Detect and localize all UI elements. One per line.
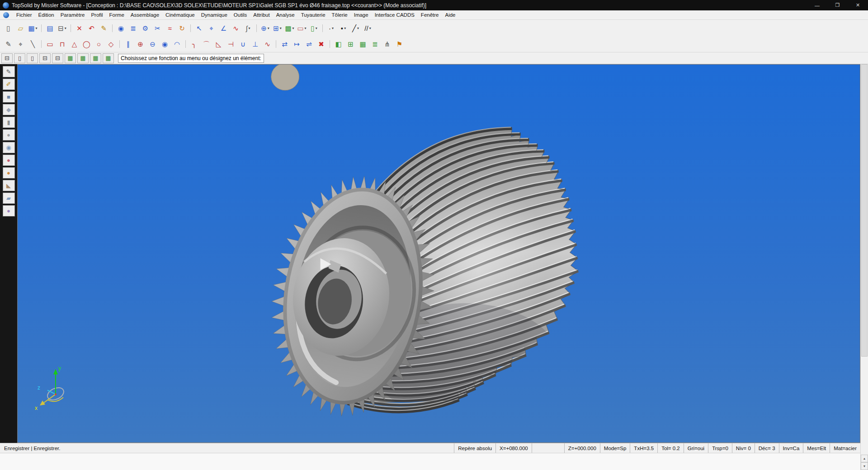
menu-tuyauterie[interactable]: Tuyauterie xyxy=(298,11,329,19)
menu-tolerie[interactable]: Tôlerie xyxy=(329,11,351,19)
round-corner-button[interactable]: ⌒ xyxy=(200,38,212,50)
sketch-button[interactable]: ✎ xyxy=(2,38,14,50)
fillet-button[interactable]: ╮ xyxy=(188,38,200,50)
slot-button[interactable]: ⊓ xyxy=(56,38,68,50)
measure-button[interactable]: ⌖ xyxy=(205,22,217,34)
menu-aide[interactable]: Aide xyxy=(442,11,459,19)
render-style-button[interactable]: ▯ xyxy=(308,22,320,34)
scroll-up-button[interactable]: ▲ xyxy=(861,455,868,462)
print-button[interactable]: ⊟ xyxy=(56,22,68,34)
pin-tool-button[interactable]: ▮ xyxy=(3,117,15,128)
menu-fenetre[interactable]: Fenêtre xyxy=(418,11,442,19)
maximize-button[interactable]: ❐ xyxy=(827,0,848,10)
ellipse-button[interactable]: ◯ xyxy=(80,38,93,50)
marker-style-button[interactable]: • xyxy=(337,22,349,34)
menu-outils[interactable]: Outils xyxy=(231,11,250,19)
chamfer-button[interactable]: ◺ xyxy=(212,38,225,50)
sphere-orange-tool-button[interactable]: ● xyxy=(3,167,15,179)
scroll-down-button[interactable]: ▼ xyxy=(861,462,868,470)
menu-interface-cadds[interactable]: Interface CADDS xyxy=(372,11,418,19)
rectangle-button[interactable]: ▭ xyxy=(44,38,56,50)
pattern-button[interactable]: ▦ xyxy=(357,38,369,50)
print-preview-button[interactable]: ⊟ xyxy=(1,53,13,63)
angle-button[interactable]: ∠ xyxy=(217,22,230,34)
point-style-button[interactable]: · xyxy=(325,22,337,34)
menu-assemblage[interactable]: Assemblage xyxy=(127,11,162,19)
zoom-window-button[interactable]: ⊞ xyxy=(271,22,283,34)
card-reader-button[interactable]: ▯ xyxy=(14,53,25,63)
gear-3d-model[interactable]: y x z xyxy=(18,65,860,442)
polygon-button[interactable]: ◇ xyxy=(105,38,117,50)
prism-tool-button[interactable]: ◆ xyxy=(3,104,15,115)
mirror-button[interactable]: ⇌ xyxy=(303,38,315,50)
zoom-in-button[interactable]: ⊕ xyxy=(259,22,271,34)
helix-tool-button[interactable]: ◉ xyxy=(3,142,15,153)
bom-button[interactable]: ≣ xyxy=(369,38,381,50)
brush-tool-button[interactable]: ✐ xyxy=(3,79,15,90)
line-button[interactable]: ╲ xyxy=(27,38,39,50)
close-button[interactable]: ✕ xyxy=(848,0,868,10)
dynamic-rotation-button[interactable]: ↻ xyxy=(176,22,188,34)
parallel-button[interactable]: ∥ xyxy=(122,38,134,50)
vertical-scrollbar[interactable]: ▲ ▼ xyxy=(860,64,868,470)
axis-ellipse-button[interactable]: ⊖ xyxy=(146,38,159,50)
spline-button[interactable]: ∿ xyxy=(261,38,274,50)
command-prompt-input[interactable]: Choisissez une fonction au menu ou désig… xyxy=(118,54,264,63)
delete-element-button[interactable]: ✖ xyxy=(315,38,327,50)
circle-tool-button[interactable]: ● xyxy=(3,129,15,141)
minimize-button[interactable]: — xyxy=(807,0,827,10)
assembly-button[interactable]: ⊞ xyxy=(344,38,357,50)
menu-image[interactable]: Image xyxy=(351,11,372,19)
component-button[interactable]: ◧ xyxy=(332,38,344,50)
connect-button[interactable]: ∪ xyxy=(237,38,249,50)
plane-tool-button[interactable]: ▰ xyxy=(3,193,15,204)
menu-profil[interactable]: Profil xyxy=(88,11,106,19)
sphere-purple-tool-button[interactable]: ● xyxy=(3,205,15,216)
cube-tool-button[interactable]: ■ xyxy=(3,91,15,103)
table-button-2[interactable]: ▦ xyxy=(77,53,89,63)
cut-button[interactable]: ✂ xyxy=(151,22,164,34)
undo-button[interactable]: ↶ xyxy=(85,22,98,34)
select-button[interactable]: ↖ xyxy=(193,22,205,34)
table-button-4[interactable]: ▦ xyxy=(103,53,114,63)
transform-button[interactable]: ⇄ xyxy=(278,38,291,50)
hatch-style-button[interactable]: // xyxy=(362,22,374,34)
sketch-circle[interactable] xyxy=(271,65,299,90)
card-reader-2-button[interactable]: ▯ xyxy=(27,53,38,63)
tree-button[interactable]: ⋔ xyxy=(381,38,393,50)
triangle-button[interactable]: △ xyxy=(68,38,80,50)
open-document-button[interactable]: ▱ xyxy=(14,22,27,34)
viewport-3d[interactable]: y x z xyxy=(17,64,860,443)
menu-parametre[interactable]: Paramètre xyxy=(57,11,88,19)
line-style-button[interactable]: ╱ xyxy=(349,22,362,34)
modify-button[interactable]: ⚙ xyxy=(139,22,151,34)
scrollbar-thumb[interactable] xyxy=(861,64,868,357)
project-button[interactable]: ↦ xyxy=(291,38,303,50)
new-document-button[interactable]: ▯ xyxy=(2,22,14,34)
arc-button[interactable]: ◠ xyxy=(171,38,183,50)
sketch-recognition-button[interactable]: ∫ xyxy=(242,22,254,34)
menu-attribut[interactable]: Attribut xyxy=(250,11,273,19)
trim-button[interactable]: ⊣ xyxy=(225,38,237,50)
circle-button[interactable]: ○ xyxy=(93,38,105,50)
menu-dynamique[interactable]: Dynamique xyxy=(198,11,231,19)
shading-mode-button[interactable]: ▩ xyxy=(283,22,296,34)
document-info-button[interactable]: ▤ xyxy=(44,22,56,34)
save-button[interactable]: ▦ xyxy=(27,22,39,34)
attribute-brush-button[interactable]: ✎ xyxy=(98,22,110,34)
coordinate-button[interactable]: ⌖ xyxy=(14,38,27,50)
perpendicular-button[interactable]: ⊥ xyxy=(249,38,261,50)
system-menu-icon[interactable] xyxy=(3,12,9,18)
simplify-button[interactable]: ≈ xyxy=(164,22,176,34)
table-button-3[interactable]: ▦ xyxy=(90,53,101,63)
sphere-red-tool-button[interactable]: ● xyxy=(3,155,15,166)
menu-edition[interactable]: Édition xyxy=(35,11,57,19)
tangent-circle-button[interactable]: ◉ xyxy=(159,38,171,50)
printer-button[interactable]: ⊟ xyxy=(39,53,51,63)
wedge-tool-button[interactable]: ◣ xyxy=(3,180,15,191)
zoom-document-button[interactable]: ◉ xyxy=(115,22,127,34)
curve-analysis-button[interactable]: ∿ xyxy=(230,22,242,34)
printer-2-button[interactable]: ⊟ xyxy=(52,53,63,63)
menu-analyse[interactable]: Analyse xyxy=(273,11,298,19)
erase-display-button[interactable]: ▭ xyxy=(296,22,308,34)
